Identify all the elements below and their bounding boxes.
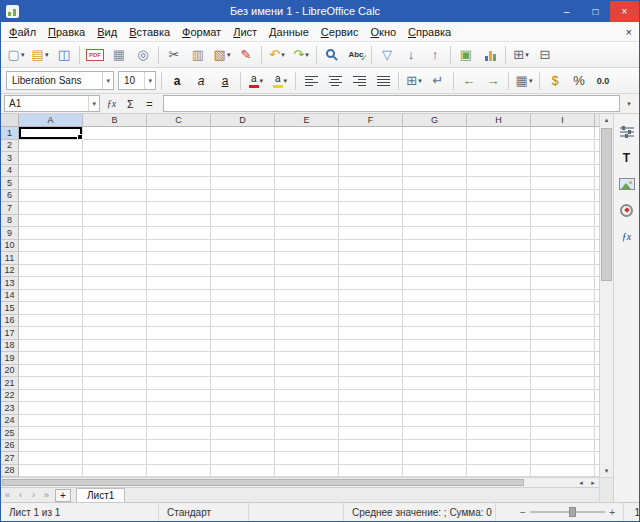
cell-E11[interactable] (275, 252, 339, 265)
cell-E3[interactable] (275, 152, 339, 165)
column-header-B[interactable]: B (83, 114, 147, 126)
column-header-F[interactable]: F (339, 114, 403, 126)
cell-D18[interactable] (211, 340, 275, 353)
cell-D27[interactable] (211, 452, 275, 465)
row-header-26[interactable]: 26 (1, 440, 19, 453)
font-size-dropdown-icon[interactable]: ▾ (144, 72, 155, 89)
cell-G10[interactable] (403, 240, 467, 253)
indent-decrease-button[interactable]: ← (458, 70, 480, 92)
cell-H1[interactable] (467, 127, 531, 140)
row-header-20[interactable]: 20 (1, 365, 19, 378)
cell-B26[interactable] (83, 440, 147, 453)
cell-G28[interactable] (403, 465, 467, 478)
zoom-slider[interactable]: − + (512, 503, 624, 521)
cell-E25[interactable] (275, 427, 339, 440)
cell-A22[interactable] (19, 390, 83, 403)
cell-B7[interactable] (83, 202, 147, 215)
cell-G14[interactable] (403, 290, 467, 303)
cell-A12[interactable] (19, 265, 83, 278)
menu-sheet[interactable]: Лист (227, 24, 263, 40)
cell-I11[interactable] (531, 252, 595, 265)
find-and-replace-button[interactable] (321, 44, 343, 66)
cell-E14[interactable] (275, 290, 339, 303)
cell-A2[interactable] (19, 140, 83, 153)
cell-G24[interactable] (403, 415, 467, 428)
cell-A20[interactable] (19, 365, 83, 378)
cell-A25[interactable] (19, 427, 83, 440)
column-header-G[interactable]: G (403, 114, 467, 126)
cell-E28[interactable] (275, 465, 339, 478)
vertical-scroll-track[interactable] (600, 126, 613, 465)
cell-C28[interactable] (147, 465, 211, 478)
cell-C18[interactable] (147, 340, 211, 353)
align-justify-button[interactable] (372, 70, 394, 92)
cell-B16[interactable] (83, 315, 147, 328)
cell-E15[interactable] (275, 302, 339, 315)
cell-H14[interactable] (467, 290, 531, 303)
cell-A5[interactable] (19, 177, 83, 190)
cell-G4[interactable] (403, 165, 467, 178)
cell-C2[interactable] (147, 140, 211, 153)
zoom-slider-track[interactable] (530, 511, 605, 513)
cell-B19[interactable] (83, 352, 147, 365)
cell-I16[interactable] (531, 315, 595, 328)
cell-H12[interactable] (467, 265, 531, 278)
cell-F9[interactable] (339, 227, 403, 240)
cell-B27[interactable] (83, 452, 147, 465)
cell-B24[interactable] (83, 415, 147, 428)
format-as-currency-button[interactable]: $ (544, 70, 566, 92)
cell-A6[interactable] (19, 190, 83, 203)
cell-I8[interactable] (531, 215, 595, 228)
first-sheet-icon[interactable]: « (1, 488, 14, 502)
cell-E21[interactable] (275, 377, 339, 390)
cell-D14[interactable] (211, 290, 275, 303)
cell-E22[interactable] (275, 390, 339, 403)
sidebar-styles-button[interactable]: T (617, 148, 637, 168)
cell-F4[interactable] (339, 165, 403, 178)
cell-E24[interactable] (275, 415, 339, 428)
cell-I6[interactable] (531, 190, 595, 203)
cell-A16[interactable] (19, 315, 83, 328)
cell-G21[interactable] (403, 377, 467, 390)
spelling-button[interactable]: Abc✓ (345, 44, 367, 66)
zoom-in-icon[interactable]: + (609, 507, 615, 518)
cell-H8[interactable] (467, 215, 531, 228)
cell-E27[interactable] (275, 452, 339, 465)
cell-I9[interactable] (531, 227, 595, 240)
cell-F14[interactable] (339, 290, 403, 303)
cell-G16[interactable] (403, 315, 467, 328)
row-header-15[interactable]: 15 (1, 302, 19, 315)
bold-button[interactable]: а (166, 70, 188, 92)
cell-C21[interactable] (147, 377, 211, 390)
column-header-C[interactable]: C (147, 114, 211, 126)
export-pdf-button[interactable]: PDF (84, 44, 106, 66)
autofilter-button[interactable]: ▽ (376, 44, 398, 66)
menu-tools[interactable]: Сервис (315, 24, 365, 40)
cell-A24[interactable] (19, 415, 83, 428)
sum-button[interactable]: Σ (121, 95, 140, 113)
format-as-number-button[interactable]: 0.0 (592, 70, 614, 92)
cell-H2[interactable] (467, 140, 531, 153)
cell-G15[interactable] (403, 302, 467, 315)
cell-D21[interactable] (211, 377, 275, 390)
close-document-icon[interactable]: × (626, 26, 632, 38)
cell-C27[interactable] (147, 452, 211, 465)
cell-F6[interactable] (339, 190, 403, 203)
select-all-corner[interactable] (1, 114, 19, 126)
cell-C3[interactable] (147, 152, 211, 165)
add-sheet-button[interactable]: + (55, 489, 71, 502)
vertical-scrollbar[interactable]: ▴ ▾ (599, 114, 613, 502)
indent-increase-button[interactable]: → (482, 70, 504, 92)
scroll-right-icon[interactable]: ▸ (587, 479, 599, 487)
row-header-1[interactable]: 1 (1, 127, 19, 140)
cell-C13[interactable] (147, 277, 211, 290)
cell-A21[interactable] (19, 377, 83, 390)
cell-D25[interactable] (211, 427, 275, 440)
cell-I7[interactable] (531, 202, 595, 215)
horizontal-scrollbar[interactable]: ◂ ▸ (1, 477, 599, 487)
cell-B22[interactable] (83, 390, 147, 403)
column-header-A[interactable]: A (19, 114, 83, 126)
cell-H6[interactable] (467, 190, 531, 203)
cell-F1[interactable] (339, 127, 403, 140)
cell-G2[interactable] (403, 140, 467, 153)
